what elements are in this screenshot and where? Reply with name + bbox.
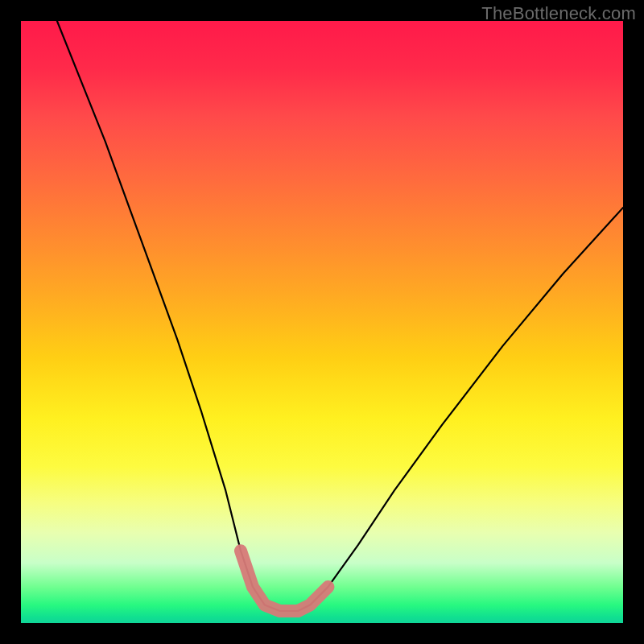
plot-area	[21, 21, 623, 623]
chart-frame: TheBottleneck.com	[0, 0, 644, 644]
optimal-band	[241, 551, 328, 611]
bottleneck-curve	[57, 21, 623, 611]
chart-svg	[21, 21, 623, 623]
